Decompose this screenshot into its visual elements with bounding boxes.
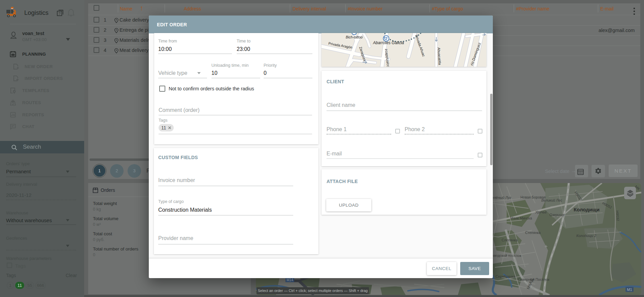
svg-text:Уручье: Уручье <box>535 210 547 214</box>
svg-text:Зелёный Луг: Зелёный Луг <box>490 196 511 200</box>
svg-text:Маяк Минска: Маяк Минска <box>510 216 532 220</box>
svg-text:Privada Añuac: Privada Añuac <box>414 34 426 57</box>
svg-text:Abarrotes Galicia: Abarrotes Galicia <box>373 40 404 45</box>
svg-text:M14: M14 <box>286 278 293 282</box>
svg-text:Н9032: Н9032 <box>615 210 620 221</box>
svg-text:Колодищи: Колодищи <box>574 207 600 212</box>
svg-text:?: ? <box>59 11 61 16</box>
svg-text:M1: M1 <box>627 288 632 292</box>
svg-text:Озерище: Озерище <box>549 213 565 217</box>
svg-text:Великий Лес: Великий Лес <box>541 198 563 202</box>
svg-text:Степянка: Степянка <box>525 231 541 235</box>
svg-text:Слепянка: Слепянка <box>502 238 518 242</box>
svg-text:Bich-tattoo: Bich-tattoo <box>346 35 363 39</box>
svg-text:Колодищи 2: Колодищи 2 <box>576 234 596 238</box>
svg-text:Серебрянка: Серебрянка <box>496 274 515 278</box>
